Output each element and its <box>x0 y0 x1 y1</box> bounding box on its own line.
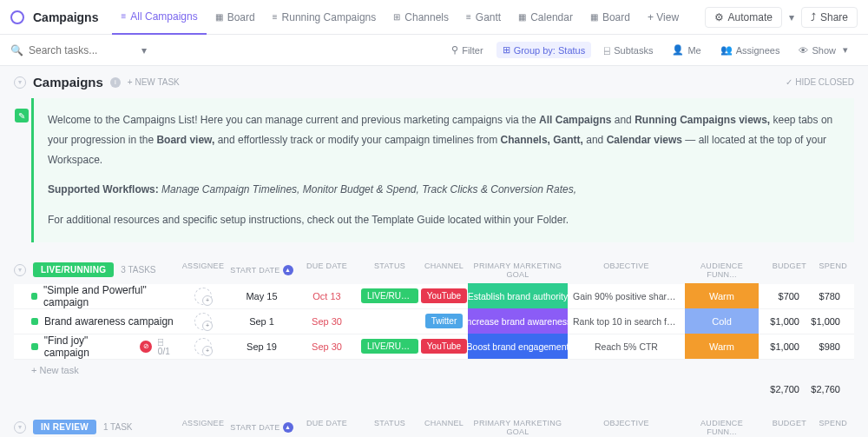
show-button[interactable]: 👁Show▾ <box>792 42 858 59</box>
tab--view[interactable]: + View <box>639 0 687 35</box>
budget-value: $1,000 <box>759 341 806 352</box>
objective-text: Gain 90% positive share of voice <box>568 291 685 301</box>
due-date[interactable]: Oct 13 <box>294 283 359 308</box>
share-icon: ⤴ <box>811 11 816 23</box>
subtasks-button[interactable]: ⌸Subtasks <box>598 43 659 58</box>
col-start-date[interactable]: START DATE ▲ <box>229 419 294 436</box>
assignee-avatar[interactable] <box>194 338 212 355</box>
col-funnel[interactable]: AUDIENCE FUNN... <box>685 262 759 279</box>
goal-chip[interactable]: Increase brand awareness <box>468 308 568 334</box>
hide-closed-button[interactable]: ✓ HIDE CLOSED <box>786 77 854 87</box>
group-collapse-icon[interactable]: ▾ <box>14 421 26 434</box>
spend-value: $980 <box>806 341 847 352</box>
funnel-chip[interactable]: Warm <box>685 334 759 359</box>
col-spend[interactable]: SPEND <box>806 419 854 436</box>
channel-chip[interactable]: YouTube <box>421 339 467 354</box>
col-status[interactable]: STATUS <box>359 419 420 436</box>
assignee-avatar[interactable] <box>194 313 212 330</box>
col-budget[interactable]: BUDGET <box>759 419 806 436</box>
col-assignee[interactable]: ASSIGNEE <box>177 262 229 279</box>
filter-icon: ⚲ <box>451 44 458 56</box>
assignee-avatar[interactable] <box>194 288 212 305</box>
objective-text: Rank top 10 in search for "productivi... <box>568 316 685 327</box>
col-due-date[interactable]: DUE DATE <box>294 419 359 436</box>
tab-gantt[interactable]: ≡Gantt <box>457 0 510 35</box>
info-icon[interactable]: i <box>110 77 121 88</box>
info-banner: ✎ Welcome to the Campaigns List! Here yo… <box>31 98 854 242</box>
search-input-wrapper[interactable]: 🔍 ▾ <box>10 44 438 56</box>
col-assignee[interactable]: ASSIGNEE <box>177 419 229 436</box>
task-row[interactable]: "Simple and Powerful" campaign May 15 Oc… <box>14 284 854 309</box>
subtasks-icon: ⌸ <box>604 45 610 56</box>
status-dot-icon[interactable] <box>31 293 37 300</box>
tab-icon: ≡ <box>466 12 471 22</box>
eye-icon: 👁 <box>799 45 808 56</box>
col-objective[interactable]: OBJECTIVE <box>568 419 685 436</box>
group-status-pill[interactable]: LIVE/RUNNING <box>33 262 114 277</box>
new-task-row[interactable]: + New task <box>14 360 854 381</box>
sort-asc-icon[interactable]: ▲ <box>283 265 293 275</box>
col-start-date[interactable]: START DATE ▲ <box>229 262 294 279</box>
col-spend[interactable]: SPEND <box>806 262 854 279</box>
sort-asc-icon[interactable]: ▲ <box>283 422 293 433</box>
status-dot-icon[interactable] <box>31 343 38 350</box>
tab-all-campaigns[interactable]: ≡All Campaigns <box>112 0 206 35</box>
goal-chip[interactable]: Boost brand engagement <box>468 334 568 359</box>
tab-icon: ▦ <box>215 12 223 22</box>
task-row[interactable]: "Find joy" campaign ⊘ ⌸ 0/1 Sep 19 Sep 3… <box>14 334 854 360</box>
col-channel[interactable]: CHANNEL <box>420 419 468 436</box>
spend-value: $1,000 <box>806 316 847 327</box>
task-name-text: Brand awareness campaign <box>44 315 174 328</box>
due-date[interactable]: Sep 30 <box>294 334 359 359</box>
status-chip[interactable]: LIVE/RUNNI... <box>361 288 418 303</box>
col-goal[interactable]: PRIMARY MARKETING GOAL <box>468 419 568 436</box>
group-status-pill[interactable]: IN REVIEW <box>33 420 96 434</box>
channel-chip[interactable]: YouTube <box>421 288 467 303</box>
tab-running-campaigns[interactable]: ≡Running Campaigns <box>264 0 385 35</box>
group-by-button[interactable]: ⊞Group by: Status <box>496 42 592 58</box>
task-count: 1 TASK <box>103 422 133 432</box>
goal-chip[interactable]: Establish brand authority <box>468 283 568 308</box>
banner-badge-icon: ✎ <box>15 109 29 122</box>
tab-channels[interactable]: ⊞Channels <box>385 0 457 35</box>
col-objective[interactable]: OBJECTIVE <box>568 262 685 279</box>
me-button[interactable]: 👤Me <box>666 42 707 58</box>
tab-board[interactable]: ▦Board <box>582 0 639 35</box>
new-task-button[interactable]: + NEW TASK <box>128 77 180 87</box>
budget-value: $700 <box>759 291 806 301</box>
assignees-button[interactable]: 👥Assignees <box>714 42 786 58</box>
due-date[interactable]: Sep 30 <box>294 308 359 334</box>
logo-icon <box>10 10 24 24</box>
funnel-chip[interactable]: Warm <box>685 283 759 308</box>
start-date[interactable]: May 15 <box>229 283 294 308</box>
tab-calendar[interactable]: ▦Calendar <box>510 0 582 35</box>
funnel-chip[interactable]: Cold <box>685 308 759 334</box>
search-input[interactable] <box>29 44 133 56</box>
start-date[interactable]: Sep 19 <box>229 334 294 359</box>
col-goal[interactable]: PRIMARY MARKETING GOAL <box>468 262 568 279</box>
collapse-icon[interactable]: ▾ <box>14 76 26 89</box>
filter-button[interactable]: ⚲Filter <box>445 42 489 58</box>
automate-icon: ⚙ <box>714 11 724 23</box>
task-row[interactable]: Brand awareness campaign Sep 1 Sep 30 Tw… <box>14 309 854 334</box>
status-chip[interactable]: LIVE/RUNNI... <box>361 339 418 354</box>
tab-board[interactable]: ▦Board <box>207 0 264 35</box>
blocked-icon[interactable]: ⊘ <box>140 341 152 353</box>
automate-chevron-icon[interactable]: ▾ <box>786 11 798 23</box>
start-date[interactable]: Sep 1 <box>229 308 294 334</box>
person-icon: 👤 <box>672 44 684 56</box>
group-collapse-icon[interactable]: ▾ <box>14 264 26 276</box>
col-funnel[interactable]: AUDIENCE FUNN... <box>685 419 759 436</box>
col-due-date[interactable]: DUE DATE <box>294 262 359 279</box>
col-status[interactable]: STATUS <box>359 262 420 279</box>
status-dot-icon[interactable] <box>31 318 38 325</box>
col-channel[interactable]: CHANNEL <box>420 262 468 279</box>
automate-button[interactable]: ⚙Automate <box>705 7 782 28</box>
share-button[interactable]: ⤴Share <box>801 7 858 28</box>
search-chevron-icon[interactable]: ▾ <box>138 44 150 56</box>
tab-icon: ≡ <box>273 12 278 22</box>
channel-chip[interactable]: Twitter <box>425 314 463 328</box>
col-budget[interactable]: BUDGET <box>759 262 806 279</box>
subtask-count[interactable]: ⌸ 0/1 <box>158 337 177 356</box>
task-name-text: "Simple and Powerful" campaign <box>43 284 177 308</box>
